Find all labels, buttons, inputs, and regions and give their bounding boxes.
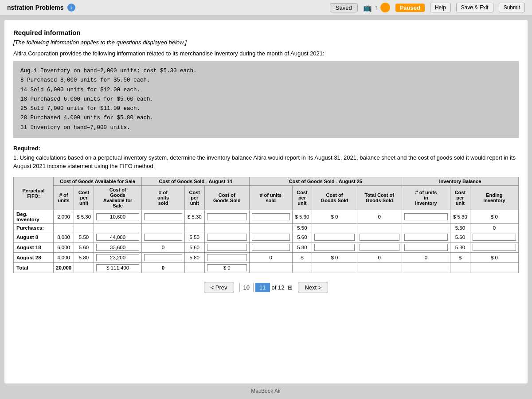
purch-inv-ending: 0: [470, 223, 518, 232]
beg-aug25-cost: $ 5.30: [292, 210, 312, 223]
navigation-bar: < Prev 10 11 of 12 ⊞ Next >: [13, 282, 519, 293]
inv-units-header: # of unitsininventory: [402, 185, 450, 210]
aug18-units: 6,000: [54, 242, 74, 252]
col-group-aug25: Cost of Goods Sold - August 25: [249, 177, 402, 185]
aug28-aug14-goods-input[interactable]: [207, 254, 247, 261]
aug25-total-header: Total Cost ofGoods Sold: [357, 185, 402, 210]
profile-icon[interactable]: [380, 3, 390, 12]
col-group-available: Cost of Goods Available for Sale: [54, 177, 142, 185]
page-num-10[interactable]: 10: [239, 283, 254, 292]
aug8-avail-input[interactable]: [96, 234, 139, 241]
avail-total-header: Cost ofGoodsAvailable forSale: [94, 185, 141, 210]
page-num-11[interactable]: 11: [255, 283, 270, 292]
col-group-inventory: Inventory Balance: [402, 177, 518, 185]
beg-inv-units-input[interactable]: [404, 213, 448, 220]
aug18-label: August 18: [14, 242, 54, 252]
aug25-goods-header: Cost ofGoods Sold: [312, 185, 357, 210]
beg-aug14-units: [142, 210, 185, 223]
aug28-avail-input[interactable]: [96, 254, 139, 261]
info-line-3: 14 Sold 6,000 units for $12.00 each.: [20, 86, 512, 95]
help-button[interactable]: Help: [430, 3, 451, 12]
total-aug14-units: 0: [142, 262, 185, 273]
save-exit-button[interactable]: Save & Exit: [456, 3, 493, 12]
aug28-aug14-units-input[interactable]: [144, 254, 182, 261]
beg-aug25-units-input[interactable]: [252, 213, 290, 220]
table-row: August 28 4,000 5.80 5.80 0 $ $ 0 0 0 $ …: [14, 252, 519, 262]
purch-aug25-cost: 5.50: [292, 223, 312, 232]
info-line-5: 25 Sold 7,000 units for $11.00 each.: [20, 104, 512, 113]
next-button[interactable]: Next >: [298, 282, 328, 293]
aug18-inv-units-input[interactable]: [404, 244, 448, 251]
aug8-inv-ending: [470, 232, 518, 242]
aug18-aug25-cost: 5.80: [292, 242, 312, 252]
beg-aug25-units: [249, 210, 292, 223]
beg-inv-units: [402, 210, 450, 223]
aug8-aug25-total-input[interactable]: [360, 234, 399, 241]
intro-text: Altira Corporation provides the followin…: [13, 50, 519, 57]
table-row: August 8 8,000 5.50 5.50 5.60 5.60: [14, 232, 519, 242]
aug18-avail: [94, 242, 141, 252]
required-desc: 1. Using calculations based on a perpetu…: [13, 153, 519, 171]
aug8-aug14-goods-input[interactable]: [207, 234, 247, 241]
aug8-aug14-units-input[interactable]: [144, 234, 182, 241]
beg-aug14-units-input[interactable]: [144, 213, 182, 220]
beg-aug14-goods-input[interactable]: [207, 213, 247, 220]
table-row: Beg. Inventory 2,000 $ 5.30 $ 5.30 $ 5.3…: [14, 210, 519, 223]
page-of: of 12: [272, 284, 285, 291]
info-icon[interactable]: i: [67, 4, 75, 12]
aug8-inv-cost: 5.60: [450, 232, 470, 242]
aug28-inv-cost: $: [450, 252, 470, 262]
aug8-aug25-goods: [312, 232, 357, 242]
aug8-aug25-goods-input[interactable]: [314, 234, 354, 241]
inv-cost-header: Cost perunit: [450, 185, 470, 210]
macbook-bar: MacBook Air: [0, 388, 532, 396]
aug18-aug25-total-input[interactable]: [360, 244, 399, 251]
total-aug14-goods-input[interactable]: [207, 264, 247, 271]
aug28-aug14-units: [142, 252, 185, 262]
info-line-7: 31 Inventory on hand–7,000 units.: [20, 123, 512, 133]
aug18-inv-ending-input[interactable]: [473, 244, 516, 251]
submit-button[interactable]: Submit: [499, 3, 525, 12]
total-label: Total: [14, 262, 54, 273]
required-label: Required:: [13, 145, 519, 152]
total-avail: [94, 262, 141, 273]
required-info-title: Required information: [13, 29, 519, 36]
aug18-aug25-units: [249, 242, 292, 252]
purch-inv-cost: 5.50: [450, 223, 470, 232]
aug8-aug14-cost: 5.50: [184, 232, 204, 242]
aug14-units-header: # ofunitssold: [142, 185, 185, 210]
aug18-aug14-units: 0: [142, 242, 185, 252]
aug18-aug25-units-input[interactable]: [252, 244, 290, 251]
required-section: Required: 1. Using calculations based on…: [13, 145, 519, 171]
table-row-total: Total 20,000 0: [14, 262, 519, 273]
arrow-icon: ↑: [375, 4, 378, 11]
aug18-aug14-goods-input[interactable]: [207, 244, 247, 251]
beg-inv-ending: $ 0: [470, 210, 518, 223]
aug8-aug25-units-input[interactable]: [252, 234, 290, 241]
aug18-avail-input[interactable]: [96, 244, 139, 251]
prev-button[interactable]: < Prev: [204, 282, 234, 293]
aug18-inv-ending: [470, 242, 518, 252]
page-info: 10 11 of 12 ⊞: [239, 283, 293, 292]
aug18-inv-units: [402, 242, 450, 252]
info-line-6: 28 Purchased 4,000 units for $5.80 each.: [20, 113, 512, 123]
info-box: Aug.1 Inventory on hand–2,000 units; cos…: [13, 61, 519, 138]
top-bar: nstration Problems i Saved 📺 ↑ Paused He…: [0, 0, 532, 16]
aug18-aug14-goods: [204, 242, 249, 252]
paused-badge: Paused: [395, 4, 425, 12]
aug8-inv-ending-input[interactable]: [473, 234, 516, 241]
info-line-2: 8 Purchased 8,000 units for $5.50 each.: [20, 76, 512, 85]
fifo-table: Perpetual FIFO: Cost of Goods Available …: [13, 177, 519, 273]
aug8-inv-units-input[interactable]: [404, 234, 448, 241]
avail-cost-header: Cost perunit: [74, 185, 94, 210]
aug18-inv-cost: 5.80: [450, 242, 470, 252]
beg-avail-input[interactable]: [96, 213, 139, 220]
aug8-inv-units: [402, 232, 450, 242]
aug8-avail: [94, 232, 141, 242]
aug8-aug14-units: [142, 232, 185, 242]
beg-aug25-goods: $ 0: [312, 210, 357, 223]
purchases-label: Purchases:: [14, 223, 54, 232]
aug18-aug25-goods-input[interactable]: [314, 244, 354, 251]
total-avail-input[interactable]: [96, 264, 139, 271]
beg-units: 2,000: [54, 210, 74, 223]
